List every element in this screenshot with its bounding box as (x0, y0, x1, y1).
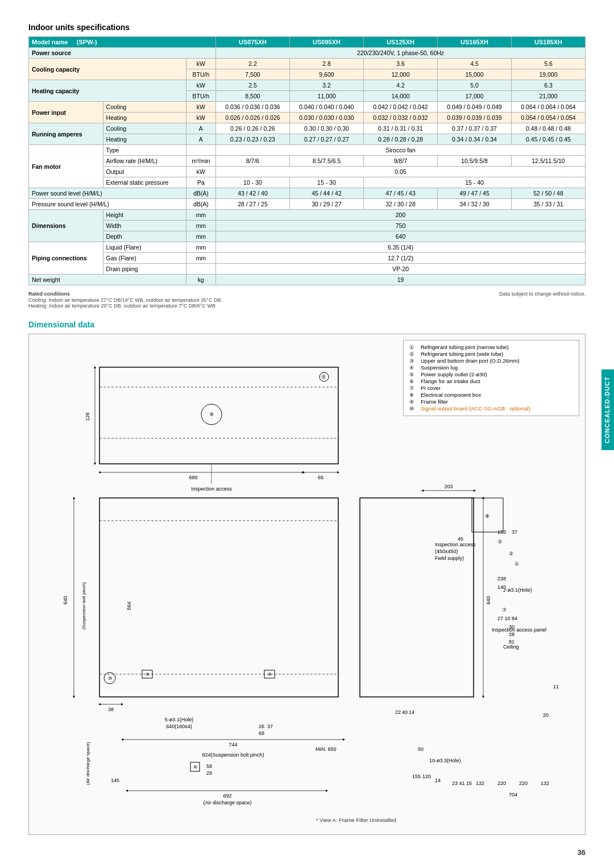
svg-text:126: 126 (85, 412, 90, 421)
svg-text:824(Suspension bolt pinch): 824(Suspension bolt pinch) (202, 752, 264, 758)
ra-c-us165: 0.37 / 0.37 / 0.37 (437, 123, 511, 134)
legend-item-5: ⑤Power supply outlet (2-ø30) (409, 371, 573, 377)
svg-text:22: 22 (395, 709, 401, 715)
svg-text:③: ③ (497, 539, 502, 545)
ra-cooling-label: Cooling (103, 123, 186, 134)
heating-cap-kw-unit: kW (186, 80, 215, 91)
fm-type-value: Sirocco fan (215, 145, 585, 156)
svg-text:145: 145 (111, 778, 119, 783)
svg-rect-15 (99, 498, 338, 697)
dim-width-value: 750 (215, 221, 585, 231)
net-weight-label: Net weight (29, 275, 186, 285)
svg-text:68: 68 (259, 730, 264, 736)
svg-text:220: 220 (519, 780, 528, 786)
ra-h-us165: 0.34 / 0.34 / 0.34 (437, 134, 511, 145)
cooling-cap-kw-unit: kW (186, 59, 215, 69)
svg-text:704: 704 (509, 792, 517, 798)
fm-af-us165: 10.5/9.5/8 (437, 156, 511, 167)
ra-c-us075: 0.26 / 0.26 / 0.26 (215, 123, 289, 134)
cc-us125-btuh: 12,000 (363, 69, 437, 80)
prsl-us125: 32 / 30 / 28 (363, 199, 437, 210)
svg-text:744: 744 (229, 742, 237, 747)
fm-af-us185: 12.5/11.5/10 (511, 156, 585, 167)
hc-us165-kw: 5.0 (437, 80, 511, 91)
rated-conditions: Rated conditions Cooling: Indoor air tem… (28, 291, 221, 309)
svg-text:640: 640 (63, 596, 68, 604)
rated-cond-line1: Cooling: Indoor air temperature 27°C DB/… (28, 297, 221, 303)
svg-text:Inspection access panel: Inspection access panel (492, 627, 546, 633)
fm-af-us095: 8.5/7.5/6.5 (289, 156, 363, 167)
cooling-cap-label: Cooling capacity (29, 59, 186, 80)
hc-us185-btuh: 21,000 (511, 91, 585, 102)
pi-h-us075: 0.026 / 0.026 / 0.026 (215, 113, 289, 123)
svg-text:⑦: ⑦ (502, 607, 507, 613)
psl-us185: 52 / 50 / 48 (511, 188, 585, 199)
legend-box: ①Refrigerant tubing joint (narrow tube) … (403, 340, 579, 416)
legend-item-8: ⑧Electrical component box (409, 392, 573, 398)
fm-output-unit: kW (186, 167, 215, 177)
pi-cooling-unit: kW (186, 102, 215, 113)
pi-heating-unit: kW (186, 113, 215, 123)
col-us125: US125XH (363, 37, 437, 48)
fm-esp-unit: Pa (186, 177, 215, 188)
fan-motor-label: Fan motor (29, 145, 103, 188)
svg-text:(Air discharge space): (Air discharge space) (85, 742, 90, 785)
pi-h-us125: 0.032 / 0.032 / 0.032 (363, 113, 437, 123)
ra-heating-unit: A (186, 134, 215, 145)
dimensional-diagram: ⑤ ⑨ Inspection access 680 65 126 (Suspen… (43, 353, 571, 819)
psl-us075: 43 / 42 / 40 (215, 188, 289, 199)
pip-gas-value: 12.7 (1/2) (215, 253, 585, 264)
legend-item-2: ②Refrigerant tubing joint (wide tube) (409, 351, 573, 357)
col-us095: US095XH (289, 37, 363, 48)
hc-us165-btuh: 17,000 (437, 91, 511, 102)
svg-text:37: 37 (267, 724, 273, 729)
ra-c-us185: 0.48 / 0.48 / 0.48 (511, 123, 585, 134)
pip-gas-label: Gas (Flare) (103, 253, 186, 264)
ra-h-us095: 0.27 / 0.27 / 0.27 (289, 134, 363, 145)
net-weight-unit: kg (186, 275, 215, 285)
svg-text:Inspection access: Inspection access (191, 486, 232, 492)
prsl-us185: 35 / 33 / 31 (511, 199, 585, 210)
svg-text:14: 14 (435, 778, 441, 783)
svg-text:28: 28 (509, 632, 515, 637)
svg-text:564: 564 (126, 601, 132, 610)
pi-c-us095: 0.040 / 0.040 / 0.040 (289, 102, 363, 113)
svg-text:⑨: ⑨ (209, 412, 214, 417)
dim-diagram-box: Dimensions: mm ①Refrigerant tubing joint… (28, 334, 586, 835)
ra-c-us125: 0.31 / 0.31 / 0.31 (363, 123, 437, 134)
legend-item-3: ③Upper and bottom drain port (O.D.26mm) (409, 358, 573, 364)
svg-text:⑧: ⑧ (485, 513, 489, 519)
svg-text:2-ø3.1(Hole): 2-ø3.1(Hole) (503, 587, 532, 593)
cc-us185-btuh: 19,000 (511, 69, 585, 80)
dim-depth-label: Depth (103, 231, 186, 242)
fm-output-value: 0.05 (215, 167, 585, 177)
dim-depth-unit: mm (186, 231, 215, 242)
prsl-us075: 28 / 27 / 25 (215, 199, 289, 210)
power-source-label: Power source (29, 48, 216, 59)
pi-c-us185: 0.064 / 0.064 / 0.064 (511, 102, 585, 113)
pi-h-us095: 0.030 / 0.030 / 0.030 (289, 113, 363, 123)
ra-h-us185: 0.45 / 0.45 / 0.45 (511, 134, 585, 145)
prsl-us165: 34 / 32 / 30 (437, 199, 511, 210)
svg-text:640: 640 (486, 596, 491, 604)
dim-height-unit: mm (186, 210, 215, 221)
dimensions-label: Dimensions (29, 210, 103, 242)
pi-heating-label: Heating (103, 113, 186, 123)
running-amp-label: Running amperes (29, 123, 103, 145)
pi-h-us185: 0.054 / 0.054 / 0.054 (511, 113, 585, 123)
svg-text:(Suspension bolt pinch): (Suspension bolt pinch) (81, 582, 86, 630)
fm-esp-rest: 15 - 40 (363, 177, 585, 188)
prsl-unit: dB(A) (186, 199, 215, 210)
fm-type-label: Type (103, 145, 186, 156)
svg-text:65: 65 (318, 475, 323, 480)
side-tab: CONCEALED-DUCT (601, 369, 614, 450)
pip-drain-label: Drain piping (103, 264, 186, 275)
svg-text:10-ø3.3(Hole): 10-ø3.3(Hole) (429, 758, 461, 763)
legend-item-6: ⑥Flange for air intake duct (409, 378, 573, 384)
dim-width-unit: mm (186, 221, 215, 231)
dim-depth-value: 640 (215, 231, 585, 242)
ra-heating-label: Heating (103, 134, 186, 145)
hc-us095-btuh: 11,000 (289, 91, 363, 102)
page-number: 36 (578, 848, 586, 857)
pip-drain-value: VP-20 (215, 264, 585, 275)
